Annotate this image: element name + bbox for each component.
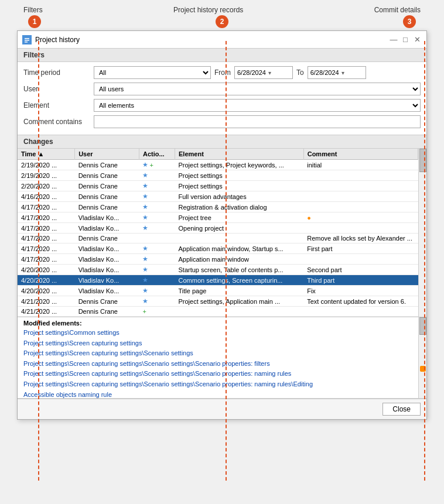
comment-row: Comment contains (23, 115, 421, 129)
window-icon (22, 35, 32, 44)
modified-item: Project settings\Screen capturing settin… (23, 348, 415, 359)
modified-scrollbar[interactable] (418, 317, 426, 398)
cell-element: Application main window, Startup s... (175, 244, 304, 254)
cell-user: Dennis Crane (75, 202, 139, 212)
scrollbar-thumb[interactable] (419, 149, 426, 172)
table-row[interactable]: 4/17/2020 ... Vladislav Ko... ★ Opening … (18, 223, 418, 234)
table-row[interactable]: 4/16/2020 ... Dennis Crane ★ Full versio… (18, 191, 418, 202)
cell-time: 4/16/2020 ... (18, 191, 75, 202)
cell-action: ★ (139, 265, 175, 275)
comment-label: Comment contains (23, 118, 94, 126)
cell-time: 4/21/2020 ... (18, 307, 75, 317)
orange-scroll-marker (420, 366, 426, 372)
cell-comment: Text content updated for version 6. (303, 296, 418, 307)
minimize-button[interactable]: — (389, 35, 398, 44)
modified-section: Modified elements: Project settings\Comm… (18, 317, 426, 399)
cell-time: 4/20/2020 ... (18, 275, 75, 286)
cell-time: 2/19/2020 ... (18, 170, 75, 181)
cell-comment: Remove all locks set by Alexander ... (303, 234, 418, 244)
cell-element: Project settings (175, 170, 304, 181)
cell-user: Vladislav Ko... (75, 254, 139, 265)
cell-element: Opening project (175, 223, 304, 234)
col-header-element: Element (175, 149, 304, 160)
from-date-dropdown-icon[interactable]: ▾ (268, 70, 290, 76)
table-row[interactable]: 4/17/2020 ... Dennis Crane Remove all lo… (18, 234, 418, 244)
cell-user: Dennis Crane (75, 307, 139, 317)
cell-action (139, 234, 175, 244)
table-row[interactable]: 4/20/2020 ... Vladislav Ko... ★ Common s… (18, 275, 418, 286)
title-bar: Project history — □ ✕ (18, 31, 426, 49)
cell-user: Vladislav Ko... (75, 223, 139, 234)
modified-item: Project settings\Screen capturing settin… (23, 369, 415, 379)
cell-time: 4/17/2020 ... (18, 234, 75, 244)
cell-time: 2/20/2020 ... (18, 181, 75, 191)
cell-comment: Second part (303, 265, 418, 275)
maximize-button[interactable]: □ (401, 35, 410, 44)
table-row[interactable]: 4/17/2020 ... Dennis Crane ★ Registratio… (18, 202, 418, 212)
comment-input[interactable] (94, 115, 421, 128)
changes-table-scrollbar[interactable] (418, 149, 426, 317)
table-row[interactable]: 4/17/2020 ... Vladislav Ko... ★ Applicat… (18, 244, 418, 254)
to-date-picker[interactable]: 6/28/2024 ▾ (308, 66, 366, 79)
cell-action: ★ (139, 181, 175, 191)
to-date-dropdown-icon[interactable]: ▾ (341, 70, 363, 76)
outer-wrapper: Filters Project history records Commit d… (6, 6, 438, 504)
cell-comment: Fix (303, 286, 418, 296)
cell-user: Vladislav Ko... (75, 212, 139, 223)
cell-action: ★ (139, 296, 175, 307)
table-row[interactable]: 4/20/2020 ... Vladislav Ko... ★ Title pa… (18, 286, 418, 296)
cell-element (175, 234, 304, 244)
cell-user: Dennis Crane (75, 181, 139, 191)
time-period-label: Time period (23, 68, 94, 77)
close-button[interactable]: Close (382, 403, 421, 416)
table-row[interactable]: 4/20/2020 ... Vladislav Ko... ★ Startup … (18, 265, 418, 275)
table-row[interactable]: 2/19/2020 ... Dennis Crane ★ Project set… (18, 170, 418, 181)
cell-action: ★ (139, 254, 175, 265)
annotation-label-1: Filters (23, 6, 43, 14)
cell-action: ★ (139, 202, 175, 212)
close-window-button[interactable]: ✕ (412, 35, 422, 44)
element-label: Element (23, 101, 94, 109)
cell-action: ★ (139, 275, 175, 286)
cell-user: Dennis Crane (75, 160, 139, 170)
cell-time: 4/17/2020 ... (18, 202, 75, 212)
table-row[interactable]: 4/17/2020 ... Vladislav Ko... ★ Applicat… (18, 254, 418, 265)
cell-comment (303, 170, 418, 181)
table-row[interactable]: 2/20/2020 ... Dennis Crane ★ Project set… (18, 181, 418, 191)
table-row[interactable]: 4/17/2020 ... Vladislav Ko... ★ Project … (18, 212, 418, 223)
modified-header: Modified elements: (18, 317, 426, 328)
changes-table-container: Time ▲ User Actio... Element Comment 2/1… (18, 149, 426, 317)
from-date-picker[interactable]: 6/28/2024 ▾ (234, 66, 293, 79)
time-period-row: Time period All From 6/28/2024 ▾ To 6/28… (23, 66, 421, 80)
annotation-circle-2: 2 (216, 15, 228, 28)
cell-action: ★ + (139, 160, 175, 170)
cell-comment (303, 181, 418, 191)
cell-user: Dennis Crane (75, 234, 139, 244)
cell-time: 4/21/2020 ... (18, 296, 75, 307)
cell-comment (303, 202, 418, 212)
table-row[interactable]: 2/19/2020 ... Dennis Crane ★ + Project s… (18, 160, 418, 170)
cell-user: Vladislav Ko... (75, 265, 139, 275)
annotation-circle-3: 3 (403, 15, 416, 28)
user-select[interactable]: All users (94, 83, 421, 95)
time-period-select[interactable]: All (94, 66, 211, 79)
modified-list: Project settings\Common settingsProject … (18, 328, 426, 398)
table-row[interactable]: 4/21/2020 ... Dennis Crane + (18, 307, 418, 317)
annotation-circle-1: 1 (28, 15, 41, 28)
modified-scrollbar-thumb[interactable] (419, 317, 426, 335)
filters-body: Time period All From 6/28/2024 ▾ To 6/28… (18, 62, 426, 135)
cell-action: ★ (139, 223, 175, 234)
cell-element: Full version advantages (175, 191, 304, 202)
cell-comment: First part (303, 244, 418, 254)
cell-comment (303, 254, 418, 265)
cell-action: ★ (139, 286, 175, 296)
table-row[interactable]: 4/21/2020 ... Dennis Crane ★ Project set… (18, 296, 418, 307)
cell-action: ★ (139, 212, 175, 223)
element-control: All elements (94, 99, 421, 112)
comment-control (94, 115, 421, 128)
cell-comment: Third part (303, 275, 418, 286)
user-row: User All users (23, 82, 421, 96)
element-select[interactable]: All elements (94, 99, 421, 112)
time-period-control: All From 6/28/2024 ▾ To 6/28/2024 ▾ (94, 66, 421, 79)
annotation-label-3: Commit details (374, 6, 421, 14)
